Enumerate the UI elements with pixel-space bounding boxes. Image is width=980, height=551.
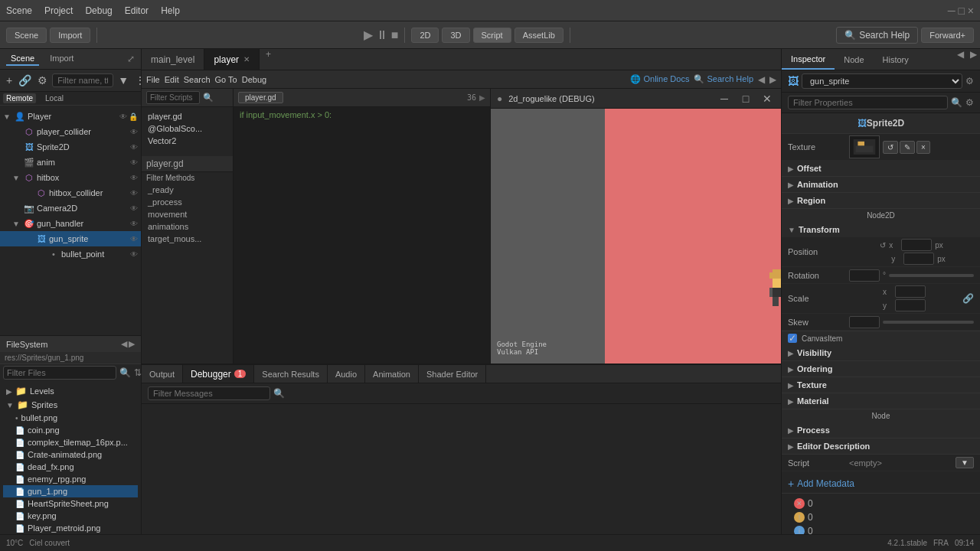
menu-editor[interactable]: Editor (125, 5, 149, 16)
bottom-tab-animation[interactable]: Animation (365, 365, 419, 383)
fs-item-crate[interactable]: 📄 Crate-animated.png (3, 448, 138, 461)
file-menu-search[interactable]: Search (184, 75, 211, 84)
online-docs-link[interactable]: 🌐 Online Docs (630, 74, 689, 84)
fs-item-bullet[interactable]: • bullet.png (3, 412, 138, 424)
offset-header[interactable]: ▶ Offset (782, 161, 980, 176)
bottom-tab-debugger[interactable]: Debugger 1 (183, 365, 254, 383)
tree-item-player-collider[interactable]: ▶ ⬡ player_collider 👁 (0, 124, 141, 139)
fs-item-levels[interactable]: ▶ 📁 Levels (3, 384, 138, 398)
node-type-select[interactable]: gun_sprite (802, 73, 962, 89)
scale-link-icon[interactable]: 🔗 (962, 293, 974, 304)
filter-props-settings-icon[interactable]: ⚙ (965, 97, 974, 108)
region-header[interactable]: ▶ Region (782, 193, 980, 208)
mode-assetlib-button[interactable]: AssetLib (514, 28, 564, 43)
menu-project[interactable]: Project (44, 5, 73, 16)
canvas-item-checkbox[interactable]: ✓ (788, 334, 797, 343)
material-header[interactable]: ▶ Material (782, 393, 980, 409)
script-search-icon[interactable]: 🔍 (203, 93, 214, 103)
gun-handler-vis-icon[interactable]: 👁 (130, 220, 138, 228)
texture-clear-btn[interactable]: × (916, 141, 930, 154)
fs-filter-icon[interactable]: 🔍 (119, 367, 131, 378)
collider-vis-icon[interactable]: 👁 (130, 128, 138, 136)
insp-prev-icon[interactable]: ◀ (954, 49, 967, 70)
debug-restore-btn[interactable]: □ (738, 91, 753, 106)
bullet-vis-icon[interactable]: 👁 (130, 250, 138, 259)
scene-button[interactable]: Scene (6, 28, 47, 43)
tree-item-camera[interactable]: ▶ 📷 Camera2D 👁 (0, 201, 141, 216)
tree-item-gun-sprite[interactable]: ▶ 🖼 gun_sprite 👁 (0, 231, 141, 246)
fs-item-coin[interactable]: 📄 coin.png (3, 424, 138, 436)
tree-item-hitbox-collider[interactable]: ▶ ⬡ hitbox_collider 👁 (0, 185, 141, 201)
skew-input[interactable]: 0 (849, 316, 880, 328)
tab-player[interactable]: player ✕ (204, 49, 260, 70)
sprite2d-vis-icon[interactable]: 👁 (130, 143, 138, 152)
file-menu-debug[interactable]: Debug (242, 75, 266, 84)
fs-item-dead[interactable]: 📄 dead_fx.png (3, 461, 138, 473)
player-lock-icon[interactable]: 🔒 (129, 112, 138, 121)
skew-slider[interactable] (883, 321, 974, 324)
node-tab[interactable]: Node (835, 49, 873, 70)
script-edit-btn[interactable]: ▼ (956, 457, 974, 468)
tab-add[interactable]: + (260, 49, 277, 70)
menu-help[interactable]: Help (161, 5, 180, 16)
visibility-header[interactable]: ▶ Visibility (782, 345, 980, 360)
bottom-tab-output[interactable]: Output (142, 365, 183, 383)
search-help-button[interactable]: 🔍 Search Help (836, 27, 918, 44)
texture-section-header[interactable]: ▶ Texture (782, 377, 980, 393)
process-header[interactable]: ▶ Process (782, 422, 980, 438)
position-x-input[interactable]: 6 (901, 239, 932, 251)
code-editor[interactable]: if input_movement.x > 0: (234, 107, 490, 364)
search-help-link[interactable]: 🔍 Search Help (694, 74, 753, 84)
method-process[interactable]: _process (142, 196, 233, 208)
forward-plus-button[interactable]: Forward+ (921, 28, 974, 43)
player-vis-icon[interactable]: 👁 (119, 112, 127, 121)
menu-scene[interactable]: Scene (6, 5, 32, 16)
fs-item-gun1[interactable]: 📄 gun_1.png (3, 485, 138, 497)
nav-prev-icon[interactable]: ◀ (758, 74, 765, 85)
file-menu-goto[interactable]: Go To (215, 75, 237, 84)
method-movement[interactable]: movement (142, 208, 233, 220)
mode-2d-button[interactable]: 2D (411, 28, 439, 43)
position-y-input[interactable]: 0 (903, 253, 934, 265)
scene-settings-icon[interactable]: ⚙ (36, 73, 49, 88)
inspector-tab[interactable]: Inspector (782, 49, 835, 70)
fs-item-key[interactable]: 📄 key.png (3, 510, 138, 522)
rotation-slider[interactable] (889, 274, 974, 277)
fs-item-player-metroid[interactable]: 📄 Player_metroid.png (3, 522, 138, 534)
rotation-input[interactable]: 0 (849, 269, 880, 282)
tree-item-gun-handler[interactable]: ▼ 🎯 gun_handler 👁 (0, 216, 141, 231)
debug-minimize-btn[interactable]: ─ (717, 91, 732, 106)
bottom-tab-shader[interactable]: Shader Editor (419, 365, 486, 383)
script-filter-input[interactable] (146, 91, 200, 104)
fs-item-enemy[interactable]: 📄 enemy_rpg.png (3, 473, 138, 485)
position-reload-icon[interactable]: ↺ (880, 241, 886, 249)
file-menu-edit[interactable]: Edit (165, 75, 179, 84)
insp-settings-icon[interactable]: ⚙ (965, 76, 974, 86)
player-gd-tab[interactable]: player.gd (238, 92, 283, 103)
debug-close-btn[interactable]: ✕ (760, 91, 775, 106)
remote-button[interactable]: Remote (3, 93, 36, 103)
add-metadata-row[interactable]: + Add Metadata (782, 474, 980, 493)
mode-script-button[interactable]: Script (473, 28, 511, 43)
filter-props-search-icon[interactable]: 🔍 (951, 97, 962, 108)
nav-next-icon[interactable]: ▶ (769, 74, 776, 85)
insp-next-icon[interactable]: ▶ (967, 49, 980, 70)
camera-vis-icon[interactable]: 👁 (130, 204, 138, 213)
script-item-player-gd[interactable]: player.gd (142, 110, 233, 122)
fs-item-heart[interactable]: 📄 HeartSpriteSheet.png (3, 497, 138, 510)
bottom-tab-audio[interactable]: Audio (328, 365, 365, 383)
bottom-filter-input[interactable] (148, 386, 270, 400)
scene-search-input[interactable] (52, 73, 113, 87)
fs-back-icon[interactable]: ◀ (121, 339, 127, 349)
ordering-header[interactable]: ▶ Ordering (782, 361, 980, 377)
fs-forward-icon[interactable]: ▶ (129, 339, 135, 349)
menu-debug[interactable]: Debug (85, 5, 112, 16)
editor-description-header[interactable]: ▶ Editor Description (782, 439, 980, 454)
method-ready[interactable]: _ready (142, 184, 233, 196)
mode-3d-button[interactable]: 3D (442, 28, 469, 43)
tab-close-icon[interactable]: ✕ (243, 55, 250, 64)
anim-vis-icon[interactable]: 👁 (130, 158, 138, 167)
tree-item-bullet-point[interactable]: ▶ • bullet_point 👁 (0, 246, 141, 262)
transform-header[interactable]: ▼ Transform (782, 222, 980, 237)
tree-item-player[interactable]: ▼ 👤 Player 👁 🔒 (0, 109, 141, 124)
